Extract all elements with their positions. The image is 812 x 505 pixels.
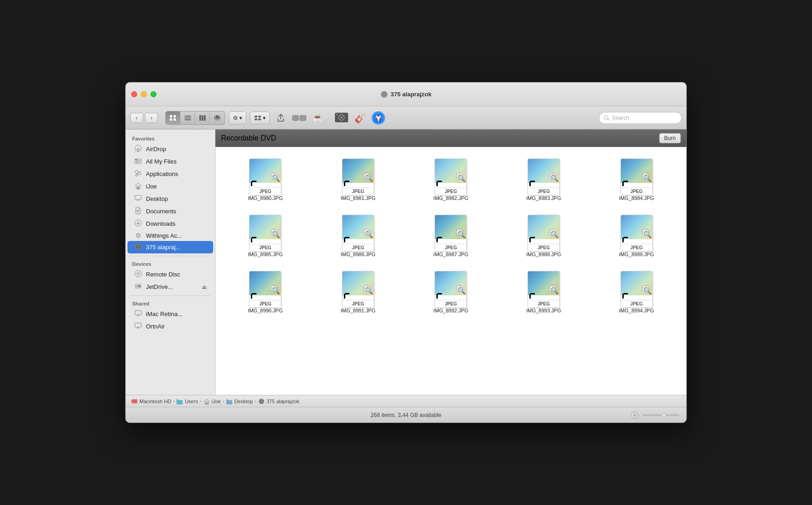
file-area: Recordable DVD Burn JPEGIMG_8980.JPG JPE… [215,129,686,395]
file-item[interactable]: JPEGIMG_8992.JPG [406,266,496,316]
sidebar-item-desktop[interactable]: Desktop [128,193,213,205]
home-icon [134,182,142,191]
sidebar-item-all-my-files-label: All My Files [146,158,176,165]
column-view-button[interactable] [195,112,210,124]
svg-rect-9 [185,119,191,120]
svg-rect-116 [644,232,647,233]
sidebar-item-ortnair-label: OrtnAir [146,323,165,330]
file-item[interactable]: JPEGIMG_8988.JPG [499,210,589,259]
icon-view-button[interactable] [166,112,180,124]
list-view-button[interactable] [180,112,195,124]
jpeg-document: JPEG [528,159,560,195]
file-item[interactable]: JPEGIMG_8981.JPG [313,154,404,203]
slider-thumb[interactable] [661,412,667,418]
jpeg-label: JPEG [342,244,374,251]
maximize-button[interactable] [151,91,157,97]
path-sep-1: › [173,399,174,404]
theine-app-icon[interactable]: ☕ [310,111,325,125]
file-item[interactable]: JPEGIMG_8994.JPG [591,266,682,316]
columns-icon [199,115,206,121]
sidebar-item-applications[interactable]: Applications [128,168,213,180]
file-item[interactable]: JPEGIMG_8984.JPG [591,154,682,203]
pathbar-item-macintosh-hd[interactable]: Macintosh HD [131,398,171,405]
safari-icon [371,111,386,125]
pathbar-item-375alaprajzok[interactable]: 375 alaprajzok [258,398,300,405]
file-item[interactable]: JPEGIMG_8983.JPG [499,154,589,203]
svg-point-150 [261,400,262,401]
icon-size-slider[interactable] [643,414,679,416]
svg-line-70 [276,178,279,181]
toolbar: ‹ › [126,106,686,129]
file-item[interactable]: JPEGIMG_8987.JPG [406,210,496,259]
file-item[interactable]: JPEGIMG_8989.JPG [591,210,682,259]
view-options-icon[interactable] [631,411,639,419]
sidebar-item-airdrop[interactable]: AirDrop [128,143,213,155]
file-item[interactable]: JPEGIMG_8993.JPG [499,266,589,316]
svg-rect-65 [135,323,141,327]
file-item[interactable]: JPEGIMG_8985.JPG [220,210,311,259]
forward-button[interactable]: › [145,113,158,123]
jpeg-document: JPEG [249,271,281,308]
sidebar-item-withings[interactable]: ⚙ Withings Ac... [128,230,213,241]
sidebar-item-downloads[interactable]: Downloads [128,217,213,230]
file-name-label: IMG_8980.JPG [248,195,283,201]
burn-button[interactable]: Burn [659,133,681,143]
sidebar-item-ijoe[interactable]: iJoe [128,180,213,193]
eject-icon[interactable]: ⏏ [202,284,207,290]
safari-app-icon[interactable] [371,111,386,125]
cover-flow-button[interactable] [210,112,225,124]
file-item[interactable]: JPEGIMG_8990.JPG [220,266,311,316]
sidebar-item-ortnair[interactable]: OrtnAir [128,320,213,333]
arrange-button[interactable]: ▾ [250,112,270,124]
svg-line-125 [369,291,372,294]
sidebar-item-documents[interactable]: Documents [128,205,213,217]
search-input[interactable]: Search [599,112,682,124]
file-name-label: IMG_8991.JPG [341,308,376,313]
svg-rect-121 [273,288,275,289]
file-name-label: IMG_8990.JPG [248,308,283,313]
jpeg-document: JPEG [435,215,467,252]
svg-rect-71 [273,176,275,176]
pathbar-item-desktop[interactable]: Desktop [226,398,253,405]
file-icon-wrapper: JPEG [340,269,377,305]
sidebar-divider-2 [130,295,210,296]
svg-rect-19 [258,116,261,117]
sidebar-item-jetdrive[interactable]: JetDrive... ⏏ [128,281,213,293]
sidebar-item-remote-disc[interactable]: Remote Disc [128,268,213,281]
file-item[interactable]: JPEGIMG_8986.JPG [313,210,404,259]
svg-rect-3 [170,115,172,117]
nav-buttons: ‹ › [130,113,158,123]
sidebar-item-all-my-files[interactable]: All My Files [128,155,213,168]
pathbar-item-users[interactable]: Users [176,398,198,405]
file-item[interactable]: JPEGIMG_8991.JPG [313,266,404,316]
pathbar-item-ijoe[interactable]: iJoe [203,398,221,405]
sidebar-item-375alapraj[interactable]: 375 alapraj... [128,241,213,253]
sidebar-item-applications-label: Applications [146,170,178,177]
screenshot-app-icon[interactable] [334,111,349,125]
image-preview [621,215,652,239]
file-name-label: IMG_8986.JPG [341,252,376,257]
svg-rect-142 [645,287,646,290]
svg-point-94 [272,230,276,235]
svg-rect-18 [255,118,257,120]
file-item[interactable]: JPEGIMG_8980.JPG [220,154,311,203]
svg-line-115 [648,235,650,237]
close-button[interactable] [131,91,137,97]
tag-button[interactable] [292,111,307,125]
tag-icon [292,114,307,122]
back-button[interactable]: ‹ [130,113,143,123]
disc-sidebar-icon [134,243,142,252]
share-icon [276,113,285,123]
svg-rect-40 [136,161,140,162]
list-icon [184,115,191,121]
share-button[interactable] [273,111,288,125]
sidebar-item-imac-retina[interactable]: iMac Retina... [128,308,213,320]
file-item[interactable]: JPEGIMG_8982.JPG [406,154,496,203]
desktop-icon [134,194,142,203]
action-button[interactable]: ⚙ ▾ [229,112,246,124]
svg-rect-96 [273,232,275,233]
file-name-label: IMG_8982.JPG [434,195,469,201]
traffic-lights [131,91,157,97]
guitar-app-icon[interactable]: 🎸 [353,111,367,125]
minimize-button[interactable] [141,91,147,97]
